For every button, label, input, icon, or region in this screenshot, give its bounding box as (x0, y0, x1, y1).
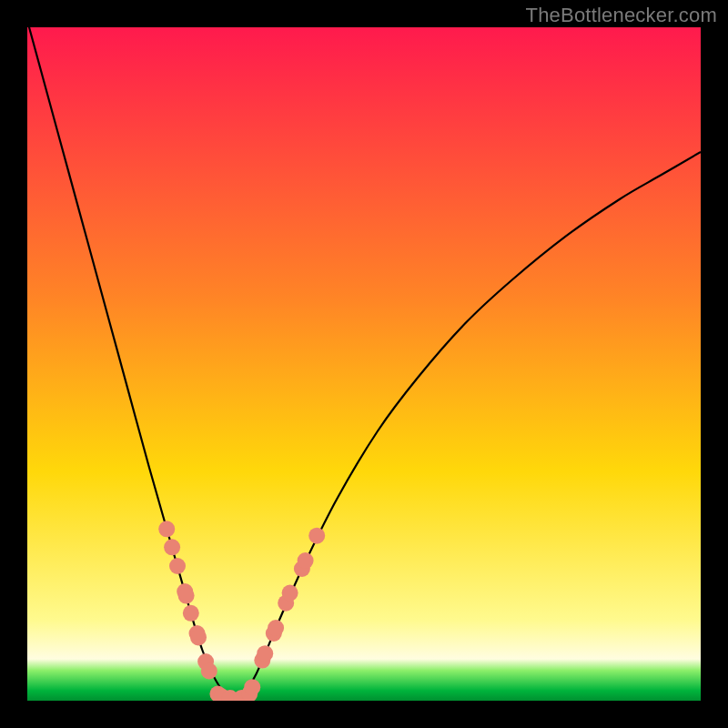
data-points (158, 521, 325, 701)
data-point (164, 539, 180, 555)
data-point (308, 528, 325, 544)
chart-frame: TheBottlenecker.com (0, 0, 728, 728)
data-point (244, 679, 260, 695)
data-point (298, 552, 314, 569)
chart-svg (27, 27, 701, 701)
data-point (282, 585, 298, 602)
data-point (178, 588, 195, 604)
data-point (158, 521, 175, 537)
data-point (190, 629, 207, 645)
bottleneck-curve (27, 27, 701, 698)
plot-area (27, 27, 701, 701)
data-point (257, 645, 273, 662)
watermark-text: TheBottlenecker.com (526, 4, 717, 27)
data-point (268, 620, 284, 636)
data-point (183, 605, 199, 622)
data-point (169, 558, 186, 574)
data-point (201, 662, 217, 679)
